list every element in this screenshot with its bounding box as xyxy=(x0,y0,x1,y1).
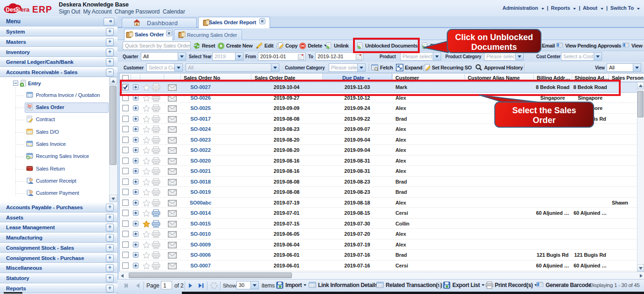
svg-text:k: k xyxy=(16,7,20,13)
svg-text:era: era xyxy=(21,6,30,13)
svg-text:ERP: ERP xyxy=(32,4,52,14)
